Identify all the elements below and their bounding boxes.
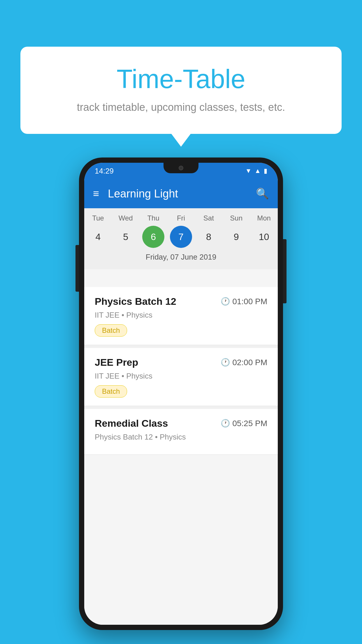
class-time-2: 🕐 02:00 PM bbox=[221, 358, 267, 367]
bubble-subtitle: track timetable, upcoming classes, tests… bbox=[44, 101, 318, 113]
class-meta-2: IIT JEE • Physics bbox=[95, 372, 267, 381]
dates-row: 4 5 6 7 8 9 10 bbox=[84, 226, 278, 248]
class-card-3[interactable]: Remedial Class 🕐 05:25 PM Physics Batch … bbox=[84, 409, 278, 455]
batch-badge-2: Batch bbox=[95, 385, 127, 398]
wifi-icon: ▼ bbox=[245, 167, 252, 175]
signal-icon: ▲ bbox=[254, 167, 261, 175]
date-8[interactable]: 8 bbox=[198, 226, 220, 248]
battery-icon: ▮ bbox=[264, 167, 267, 175]
class-time-1: 🕐 01:00 PM bbox=[221, 297, 267, 306]
divider-2 bbox=[84, 406, 278, 409]
day-wed: Wed bbox=[115, 214, 137, 222]
day-mon: Mon bbox=[253, 214, 275, 222]
day-sun: Sun bbox=[225, 214, 247, 222]
class-card-1[interactable]: Physics Batch 12 🕐 01:00 PM IIT JEE • Ph… bbox=[84, 287, 278, 345]
divider-1 bbox=[84, 345, 278, 348]
date-10[interactable]: 10 bbox=[253, 226, 275, 248]
day-sat: Sat bbox=[198, 214, 220, 222]
phone-notch bbox=[164, 163, 198, 173]
card-1-header: Physics Batch 12 🕐 01:00 PM bbox=[95, 296, 267, 307]
class-time-3: 🕐 05:25 PM bbox=[221, 419, 267, 428]
clock-icon-3: 🕐 bbox=[221, 419, 230, 428]
card-3-header: Remedial Class 🕐 05:25 PM bbox=[95, 418, 267, 429]
day-thu: Thu bbox=[142, 214, 164, 222]
date-7-selected[interactable]: 7 bbox=[170, 226, 192, 248]
class-name-2: JEE Prep bbox=[95, 357, 138, 368]
days-row: Tue Wed Thu Fri Sat Sun Mon bbox=[84, 214, 278, 222]
content-area: Physics Batch 12 🕐 01:00 PM IIT JEE • Ph… bbox=[84, 287, 278, 625]
search-icon[interactable]: 🔍 bbox=[256, 188, 269, 200]
calendar-strip: Tue Wed Thu Fri Sat Sun Mon 4 5 6 7 8 9 … bbox=[84, 208, 278, 269]
speech-bubble-section: Time-Table track timetable, upcoming cla… bbox=[20, 47, 342, 134]
class-card-2[interactable]: JEE Prep 🕐 02:00 PM IIT JEE • Physics Ba… bbox=[84, 348, 278, 406]
status-icons: ▼ ▲ ▮ bbox=[245, 167, 267, 175]
class-name-1: Physics Batch 12 bbox=[95, 296, 176, 307]
hamburger-icon[interactable]: ≡ bbox=[93, 188, 99, 199]
day-tue: Tue bbox=[87, 214, 109, 222]
status-time: 14:29 bbox=[95, 167, 114, 176]
app-title: Learning Light bbox=[108, 188, 256, 200]
clock-icon-1: 🕐 bbox=[221, 297, 230, 306]
time-value-2: 02:00 PM bbox=[232, 358, 267, 367]
bubble-title: Time-Table bbox=[44, 64, 318, 94]
app-bar: ≡ Learning Light 🔍 bbox=[84, 179, 278, 208]
date-4[interactable]: 4 bbox=[87, 226, 109, 248]
time-value-1: 01:00 PM bbox=[232, 297, 267, 306]
phone-outer: 14:29 ▼ ▲ ▮ ≡ Learning Light 🔍 Tue Wed T… bbox=[79, 158, 283, 630]
speech-bubble: Time-Table track timetable, upcoming cla… bbox=[20, 47, 342, 134]
day-fri: Fri bbox=[170, 214, 192, 222]
card-2-header: JEE Prep 🕐 02:00 PM bbox=[95, 357, 267, 368]
class-meta-3: Physics Batch 12 • Physics bbox=[95, 433, 267, 442]
date-6-today[interactable]: 6 bbox=[142, 226, 164, 248]
camera-notch bbox=[179, 166, 183, 170]
date-9[interactable]: 9 bbox=[225, 226, 247, 248]
class-name-3: Remedial Class bbox=[95, 418, 168, 429]
phone-mockup: 14:29 ▼ ▲ ▮ ≡ Learning Light 🔍 Tue Wed T… bbox=[79, 158, 283, 630]
selected-date-label: Friday, 07 June 2019 bbox=[84, 253, 278, 266]
date-5[interactable]: 5 bbox=[115, 226, 137, 248]
clock-icon-2: 🕐 bbox=[221, 358, 230, 367]
class-meta-1: IIT JEE • Physics bbox=[95, 311, 267, 320]
phone-screen: 14:29 ▼ ▲ ▮ ≡ Learning Light 🔍 Tue Wed T… bbox=[84, 163, 278, 625]
batch-badge-1: Batch bbox=[95, 324, 127, 337]
time-value-3: 05:25 PM bbox=[232, 419, 267, 428]
